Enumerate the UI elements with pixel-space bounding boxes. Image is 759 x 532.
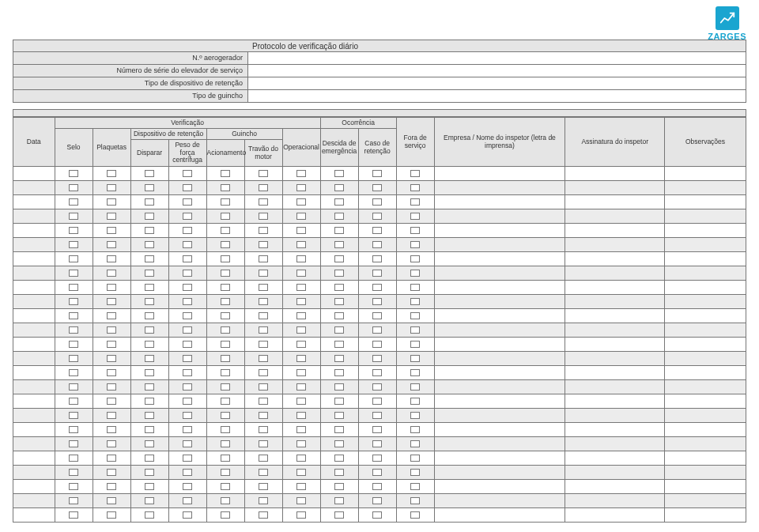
- cell-checkbox[interactable]: [130, 508, 168, 523]
- cell-checkbox[interactable]: [55, 295, 93, 309]
- cell-checkbox[interactable]: [320, 466, 358, 480]
- cell-data[interactable]: [13, 380, 55, 394]
- cell-checkbox[interactable]: [320, 295, 358, 309]
- cell-checkbox[interactable]: [358, 451, 396, 466]
- cell-checkbox[interactable]: [358, 338, 396, 352]
- cell-data[interactable]: [13, 466, 55, 480]
- cell-checkbox[interactable]: [206, 266, 244, 281]
- cell-empresa[interactable]: [434, 394, 565, 409]
- cell-checkbox[interactable]: [282, 295, 320, 309]
- cell-checkbox[interactable]: [396, 323, 434, 338]
- cell-assinatura[interactable]: [565, 380, 665, 394]
- cell-checkbox[interactable]: [130, 195, 168, 209]
- cell-checkbox[interactable]: [206, 466, 244, 480]
- cell-observacoes[interactable]: [665, 409, 746, 423]
- cell-checkbox[interactable]: [244, 309, 282, 323]
- cell-observacoes[interactable]: [665, 423, 746, 437]
- cell-checkbox[interactable]: [93, 338, 130, 352]
- cell-observacoes[interactable]: [665, 167, 746, 181]
- cell-checkbox[interactable]: [168, 167, 206, 181]
- cell-observacoes[interactable]: [665, 380, 746, 394]
- cell-checkbox[interactable]: [282, 423, 320, 437]
- cell-checkbox[interactable]: [168, 238, 206, 252]
- cell-data[interactable]: [13, 209, 55, 224]
- cell-checkbox[interactable]: [244, 423, 282, 437]
- cell-checkbox[interactable]: [396, 409, 434, 423]
- cell-checkbox[interactable]: [282, 480, 320, 494]
- cell-checkbox[interactable]: [320, 409, 358, 423]
- cell-checkbox[interactable]: [206, 380, 244, 394]
- cell-checkbox[interactable]: [358, 423, 396, 437]
- cell-checkbox[interactable]: [244, 224, 282, 238]
- cell-assinatura[interactable]: [565, 295, 665, 309]
- cell-checkbox[interactable]: [168, 437, 206, 451]
- cell-checkbox[interactable]: [320, 309, 358, 323]
- cell-assinatura[interactable]: [565, 266, 665, 281]
- cell-data[interactable]: [13, 352, 55, 366]
- cell-checkbox[interactable]: [244, 167, 282, 181]
- cell-checkbox[interactable]: [55, 437, 93, 451]
- cell-checkbox[interactable]: [93, 409, 130, 423]
- cell-checkbox[interactable]: [168, 352, 206, 366]
- cell-data[interactable]: [13, 167, 55, 181]
- cell-checkbox[interactable]: [206, 338, 244, 352]
- cell-checkbox[interactable]: [130, 466, 168, 480]
- cell-checkbox[interactable]: [55, 224, 93, 238]
- cell-checkbox[interactable]: [93, 480, 130, 494]
- cell-checkbox[interactable]: [93, 508, 130, 523]
- cell-empresa[interactable]: [434, 494, 565, 508]
- cell-observacoes[interactable]: [665, 281, 746, 295]
- cell-checkbox[interactable]: [168, 423, 206, 437]
- cell-checkbox[interactable]: [130, 224, 168, 238]
- cell-checkbox[interactable]: [320, 437, 358, 451]
- cell-checkbox[interactable]: [206, 494, 244, 508]
- cell-checkbox[interactable]: [320, 451, 358, 466]
- cell-checkbox[interactable]: [244, 338, 282, 352]
- cell-checkbox[interactable]: [396, 366, 434, 380]
- cell-assinatura[interactable]: [565, 309, 665, 323]
- cell-checkbox[interactable]: [168, 281, 206, 295]
- cell-checkbox[interactable]: [244, 437, 282, 451]
- cell-checkbox[interactable]: [206, 252, 244, 266]
- cell-empresa[interactable]: [434, 266, 565, 281]
- cell-checkbox[interactable]: [320, 352, 358, 366]
- cell-checkbox[interactable]: [130, 281, 168, 295]
- cell-checkbox[interactable]: [93, 451, 130, 466]
- cell-checkbox[interactable]: [206, 394, 244, 409]
- cell-checkbox[interactable]: [358, 394, 396, 409]
- cell-empresa[interactable]: [434, 309, 565, 323]
- cell-checkbox[interactable]: [55, 252, 93, 266]
- cell-checkbox[interactable]: [320, 394, 358, 409]
- cell-checkbox[interactable]: [396, 480, 434, 494]
- cell-checkbox[interactable]: [244, 181, 282, 195]
- cell-checkbox[interactable]: [396, 167, 434, 181]
- cell-checkbox[interactable]: [93, 266, 130, 281]
- cell-empresa[interactable]: [434, 238, 565, 252]
- cell-checkbox[interactable]: [168, 480, 206, 494]
- cell-checkbox[interactable]: [168, 409, 206, 423]
- cell-observacoes[interactable]: [665, 451, 746, 466]
- cell-checkbox[interactable]: [93, 281, 130, 295]
- cell-empresa[interactable]: [434, 338, 565, 352]
- cell-checkbox[interactable]: [55, 508, 93, 523]
- cell-checkbox[interactable]: [244, 508, 282, 523]
- cell-observacoes[interactable]: [665, 224, 746, 238]
- cell-checkbox[interactable]: [396, 309, 434, 323]
- cell-checkbox[interactable]: [93, 466, 130, 480]
- cell-data[interactable]: [13, 451, 55, 466]
- cell-checkbox[interactable]: [206, 423, 244, 437]
- cell-checkbox[interactable]: [358, 209, 396, 224]
- cell-checkbox[interactable]: [244, 323, 282, 338]
- cell-checkbox[interactable]: [244, 352, 282, 366]
- cell-checkbox[interactable]: [206, 181, 244, 195]
- cell-checkbox[interactable]: [168, 266, 206, 281]
- cell-checkbox[interactable]: [396, 195, 434, 209]
- cell-checkbox[interactable]: [282, 380, 320, 394]
- cell-data[interactable]: [13, 366, 55, 380]
- cell-checkbox[interactable]: [206, 295, 244, 309]
- cell-empresa[interactable]: [434, 224, 565, 238]
- cell-checkbox[interactable]: [168, 394, 206, 409]
- cell-checkbox[interactable]: [282, 323, 320, 338]
- cell-checkbox[interactable]: [130, 409, 168, 423]
- cell-checkbox[interactable]: [130, 309, 168, 323]
